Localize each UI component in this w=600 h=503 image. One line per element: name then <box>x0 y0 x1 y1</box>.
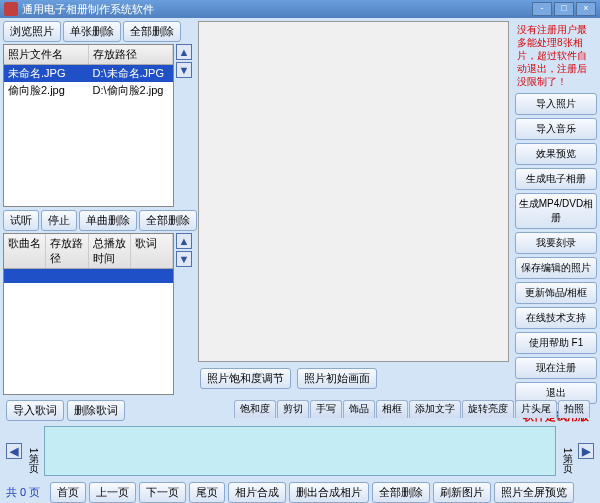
photo-th[interactable]: 照片文件名 <box>4 45 89 64</box>
photo-down-button[interactable]: ▼ <box>176 62 192 78</box>
photo-toolbar-button-2[interactable]: 全部删除 <box>123 21 181 42</box>
lyric-button-1[interactable]: 删除歌词 <box>67 400 125 421</box>
music-th[interactable]: 歌词 <box>131 234 173 268</box>
edit-tab-1[interactable]: 剪切 <box>277 400 309 418</box>
edit-tab-2[interactable]: 手写 <box>310 400 342 418</box>
page-next-button[interactable]: ▶ <box>578 443 594 459</box>
footer-button-6[interactable]: 全部删除 <box>372 482 430 503</box>
center-button-1[interactable]: 照片初始画面 <box>297 368 377 389</box>
photo-up-button[interactable]: ▲ <box>176 44 192 60</box>
thumbnail-strip[interactable] <box>44 426 556 476</box>
music-down-button[interactable]: ▼ <box>176 251 192 267</box>
maximize-button[interactable]: □ <box>554 2 574 16</box>
music-toolbar-button-1[interactable]: 停止 <box>41 210 77 231</box>
right-button-8[interactable]: 在线技术支持 <box>515 307 597 329</box>
close-button[interactable]: × <box>576 2 596 16</box>
minimize-button[interactable]: - <box>532 2 552 16</box>
music-row-empty[interactable] <box>4 269 173 283</box>
footer-button-1[interactable]: 上一页 <box>89 482 136 503</box>
music-th[interactable]: 存放路径 <box>46 234 88 268</box>
photo-table[interactable]: 照片文件名存放路径 未命名.JPGD:\未命名.JPG偷向脸2.jpgD:\偷向… <box>3 44 174 207</box>
music-th[interactable]: 总播放时间 <box>89 234 131 268</box>
page-prev-button[interactable]: ◀ <box>6 443 22 459</box>
notice-text: 没有注册用户最多能处理8张相片，超过软件自动退出，注册后没限制了！ <box>515 21 597 90</box>
page-label-left: 第 1 页 <box>26 445 40 456</box>
footer-button-8[interactable]: 照片全屏预览 <box>494 482 574 503</box>
center-button-0[interactable]: 照片饱和度调节 <box>200 368 291 389</box>
right-button-3[interactable]: 生成电子相册 <box>515 168 597 190</box>
photo-row[interactable]: 偷向脸2.jpgD:\偷向脸2.jpg <box>4 82 173 99</box>
right-button-5[interactable]: 我要刻录 <box>515 232 597 254</box>
page-count: 共 0 页 <box>6 485 40 500</box>
music-toolbar-button-0[interactable]: 试听 <box>3 210 39 231</box>
footer-button-3[interactable]: 尾页 <box>189 482 225 503</box>
page-label-right: 第 1 页 <box>560 445 574 456</box>
center-panel: 照片饱和度调节照片初始画面 <box>195 18 512 398</box>
right-button-9[interactable]: 使用帮助 F1 <box>515 332 597 354</box>
footer-button-7[interactable]: 刷新图片 <box>433 482 491 503</box>
left-panel: 浏览照片单张删除全部删除 照片文件名存放路径 未命名.JPGD:\未命名.JPG… <box>0 18 195 398</box>
right-panel: 没有注册用户最多能处理8张相片，超过软件自动退出，注册后没限制了！ 导入照片导入… <box>512 18 600 398</box>
edit-tab-6[interactable]: 旋转亮度 <box>462 400 514 418</box>
edit-tab-3[interactable]: 饰品 <box>343 400 375 418</box>
lyric-button-0[interactable]: 导入歌词 <box>6 400 64 421</box>
right-button-1[interactable]: 导入音乐 <box>515 118 597 140</box>
right-button-7[interactable]: 更新饰品/相框 <box>515 282 597 304</box>
footer-button-5[interactable]: 删出合成相片 <box>289 482 369 503</box>
footer-button-0[interactable]: 首页 <box>50 482 86 503</box>
app-title: 通用电子相册制作系统软件 <box>22 2 154 17</box>
music-toolbar-button-2[interactable]: 单曲删除 <box>79 210 137 231</box>
music-table[interactable]: 歌曲名存放路径总播放时间歌词 <box>3 233 174 396</box>
footer-button-2[interactable]: 下一页 <box>139 482 186 503</box>
photo-toolbar-button-0[interactable]: 浏览照片 <box>3 21 61 42</box>
titlebar: 通用电子相册制作系统软件 - □ × <box>0 0 600 18</box>
photo-toolbar-button-1[interactable]: 单张删除 <box>63 21 121 42</box>
right-button-6[interactable]: 保存编辑的照片 <box>515 257 597 279</box>
music-th[interactable]: 歌曲名 <box>4 234 46 268</box>
edit-tab-4[interactable]: 相框 <box>376 400 408 418</box>
footer-button-4[interactable]: 相片合成 <box>228 482 286 503</box>
right-button-10[interactable]: 现在注册 <box>515 357 597 379</box>
edit-tab-0[interactable]: 饱和度 <box>234 400 276 418</box>
right-button-0[interactable]: 导入照片 <box>515 93 597 115</box>
app-icon <box>4 2 18 16</box>
music-toolbar-button-3[interactable]: 全部删除 <box>139 210 197 231</box>
edit-tab-5[interactable]: 添加文字 <box>409 400 461 418</box>
music-up-button[interactable]: ▲ <box>176 233 192 249</box>
photo-th[interactable]: 存放路径 <box>89 45 174 64</box>
preview-area <box>198 21 509 362</box>
right-button-2[interactable]: 效果预览 <box>515 143 597 165</box>
edit-tab-7[interactable]: 片头尾 <box>515 400 557 418</box>
photo-row[interactable]: 未命名.JPGD:\未命名.JPG <box>4 65 173 82</box>
edit-tab-8[interactable]: 拍照 <box>558 400 590 418</box>
right-button-4[interactable]: 生成MP4/DVD相册 <box>515 193 597 229</box>
